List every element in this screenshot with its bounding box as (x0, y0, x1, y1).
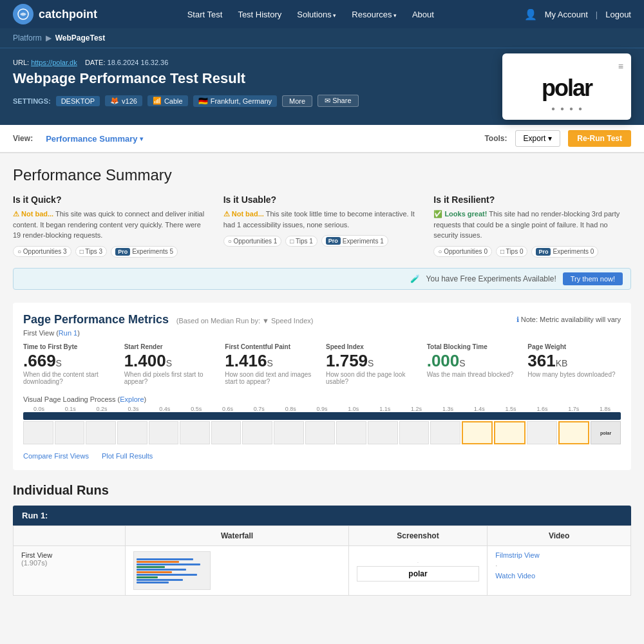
url-value[interactable]: https://polar.dk (31, 59, 77, 66)
filmstrip-link[interactable]: Filmstrip View (495, 551, 623, 559)
polar-mini-logo: polar (357, 566, 480, 582)
browser-badge[interactable]: 🦊 v126 (105, 95, 142, 106)
timeline-ticks: 0.0s 0.1s 0.2s 0.3s 0.4s 0.5s 0.6s 0.7s … (23, 406, 621, 412)
video-separator: · (495, 562, 623, 569)
breadcrumb-arrow: ▶ (46, 33, 52, 43)
logout-link[interactable]: Logout (605, 10, 631, 19)
nav-solutions[interactable]: Solutions (297, 10, 336, 19)
location-badge[interactable]: 🇩🇪 Frankfurt, Germany (193, 95, 277, 107)
resilient-experiments-tag: Pro Experiments 0 (531, 246, 598, 258)
screenshot-cell: · polar (348, 546, 488, 596)
waterfall-bars (134, 556, 210, 586)
settings-label: SETTINGS: (13, 97, 51, 105)
metrics-subtitle: (Based on Median Run by: ▼ Speed Index) (176, 317, 314, 325)
nav-links: Start Test Test History Solutions Resour… (187, 10, 434, 19)
first-view-label: First View (Run 1) (23, 329, 621, 337)
resilient-opportunities-tag: ○ Opportunities 0 (433, 246, 492, 257)
waterfall-bar (137, 569, 186, 571)
nav-resources[interactable]: Resources (352, 10, 397, 19)
view-label: View: (13, 134, 33, 143)
timeline-frame (430, 421, 460, 444)
watch-video-link[interactable]: Watch Video (495, 572, 623, 580)
waterfall-bar (137, 579, 183, 581)
timeline-frame (211, 421, 242, 444)
try-experiments-button[interactable]: Try them now! (563, 272, 623, 285)
perf-summary-title: Performance Summary (13, 166, 631, 184)
free-experiments-text: You have Free Experiments Available! (426, 274, 556, 283)
compare-links: Compare First Views Plot Full Results (23, 452, 621, 460)
timeline-frame-highlight (494, 421, 526, 444)
table-row: First View(1.907s) (14, 546, 631, 596)
timeline-explore-link[interactable]: Explore (120, 395, 144, 403)
waterfall-bar (137, 574, 197, 576)
metrics-title: Page Performance Metrics (23, 313, 169, 326)
content-area: Performance Summary Is it Quick? ⚠ Not b… (0, 153, 644, 609)
waterfall-bar (137, 561, 179, 563)
col-empty (14, 526, 126, 546)
run-1-block: Run 1: Waterfall Screenshot Video First … (13, 506, 631, 596)
nav-start-test[interactable]: Start Test (187, 10, 223, 19)
card-quick-desc: ⚠ Not bad... This site was quick to conn… (13, 209, 211, 241)
screenshot-mini: · polar (357, 560, 480, 582)
account-icon: 👤 (524, 8, 537, 21)
waterfall-thumbnail[interactable] (133, 551, 211, 590)
timeline-frame (23, 421, 53, 444)
timeline-frame (305, 421, 336, 444)
metrics-header: Page Performance Metrics (Based on Media… (23, 313, 621, 327)
col-video: Video (488, 526, 631, 546)
timeline-frame-final: polar (591, 421, 621, 444)
card-menu-icon[interactable]: ≡ (618, 61, 623, 71)
metric-speed-index: Speed Index 1.759S How soon did the page… (326, 343, 419, 386)
timeline-frame (117, 421, 147, 444)
polar-logo: polar (542, 77, 592, 100)
timeline-frame (527, 421, 557, 444)
nav-test-history[interactable]: Test History (238, 10, 281, 19)
breadcrumb-platform[interactable]: Platform (13, 33, 42, 43)
metric-start-render: Start Render 1.400S When did pixels firs… (124, 343, 218, 386)
waterfall-bar (137, 566, 165, 568)
timeline-dark-bar (23, 412, 621, 420)
chevron-down-icon: ▾ (140, 135, 143, 142)
timeline-frame (86, 421, 116, 444)
timeline-frame-highlight (462, 421, 493, 444)
perf-card-usable: Is it Usable? ⚠ Not bad... This site too… (223, 194, 421, 258)
share-button[interactable]: ✉ Share (317, 95, 358, 107)
metric-tbt: Total Blocking Time .000S Was the main t… (427, 343, 520, 386)
plot-full-results-link[interactable]: Plot Full Results (102, 452, 153, 460)
quick-status: ⚠ Not bad... (13, 210, 53, 218)
card-resilient-title: Is it Resilient? (433, 194, 631, 205)
card-usable-tags: ○ Opportunities 1 □ Tips 1 Pro Experimen… (223, 235, 421, 247)
compare-first-views-link[interactable]: Compare First Views (23, 452, 89, 460)
nav-about[interactable]: About (412, 10, 434, 19)
export-button[interactable]: Export ▾ (515, 130, 561, 147)
run-link[interactable]: Run 1 (59, 329, 77, 337)
card-resilient-tags: ○ Opportunities 0 □ Tips 0 Pro Experimen… (433, 246, 631, 258)
timeline-frame (149, 421, 179, 444)
metric-ttfb: Time to First Byte .669S When did the co… (23, 343, 117, 386)
screenshot-card: ≡ polar ● ● ● ● (502, 53, 631, 120)
col-waterfall: Waterfall (126, 526, 348, 546)
resilient-status: ✅ Looks great! (433, 210, 487, 218)
more-button[interactable]: More (282, 95, 312, 107)
connection-badge[interactable]: 📶 Cable (147, 95, 188, 106)
breadcrumb-current: WebPageTest (55, 33, 106, 43)
dropdown-arrow-icon: ▾ (548, 134, 552, 143)
timeline-frame (55, 421, 85, 444)
view-select[interactable]: Performance Summary ▾ (46, 134, 143, 144)
waterfall-bar (137, 558, 193, 560)
metrics-title-group: Page Performance Metrics (Based on Media… (23, 313, 313, 327)
screenshot-dot: · (357, 560, 480, 565)
main-header: URL: https://polar.dk DATE: 18.6.2024 16… (0, 48, 644, 125)
usable-tips-tag: □ Tips 1 (285, 236, 317, 247)
quick-opportunities-tag: ○ Opportunities 3 (13, 246, 71, 257)
desktop-badge[interactable]: DESKTOP (56, 96, 100, 106)
my-account-link[interactable]: My Account (545, 10, 588, 19)
card-usable-desc: ⚠ Not bad... This site took little time … (223, 209, 421, 230)
view-select-value: Performance Summary (46, 134, 137, 144)
individual-runs-title: Individual Runs (13, 483, 631, 498)
rerun-button[interactable]: Re-Run Test (568, 130, 631, 147)
url-label: URL: (13, 59, 29, 66)
usable-status: ⚠ Not bad... (223, 210, 264, 218)
date-value: 18.6.2024 16.32.36 (108, 59, 169, 66)
video-links: Filmstrip View · Watch Video (495, 551, 623, 580)
